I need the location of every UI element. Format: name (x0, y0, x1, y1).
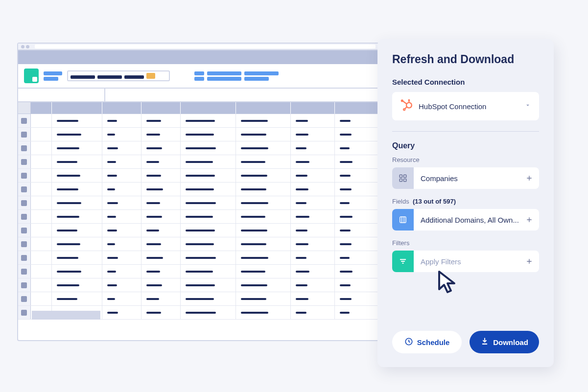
row-checkbox[interactable] (21, 132, 27, 138)
schedule-button[interactable]: Schedule (392, 331, 462, 353)
row-checkbox[interactable] (21, 145, 27, 151)
refresh-download-panel: Refresh and Download Selected Connection… (377, 39, 554, 367)
table-row[interactable] (18, 114, 378, 128)
filters-select[interactable]: Apply Filters (392, 251, 539, 272)
chevron-down-icon (524, 102, 531, 111)
svg-rect-9 (400, 179, 402, 182)
connection-name: HubSpot Connection (419, 102, 518, 111)
table-row[interactable] (18, 128, 378, 141)
svg-rect-8 (404, 175, 406, 177)
table-row[interactable] (18, 196, 378, 210)
app-logo-icon (24, 69, 39, 83)
table-row[interactable] (18, 265, 378, 278)
grid-icon (392, 167, 414, 189)
table-row[interactable] (18, 169, 378, 183)
fields-label: Fields (13 out of 597) (392, 198, 539, 205)
browser-chrome (18, 44, 378, 50)
resource-value: Companies (414, 167, 519, 189)
horizontal-scrollbar[interactable] (32, 311, 100, 320)
download-button[interactable]: Download (470, 331, 539, 353)
browser-toolbar (18, 50, 378, 64)
app-header (18, 64, 378, 89)
fields-select[interactable]: Additional Domains, All Own... (392, 209, 539, 231)
row-checkbox[interactable] (21, 269, 27, 275)
plus-icon[interactable] (519, 251, 539, 272)
table-row[interactable] (18, 237, 378, 251)
row-checkbox[interactable] (21, 118, 27, 124)
row-checkbox[interactable] (21, 296, 27, 302)
row-checkbox[interactable] (21, 186, 27, 192)
formula-bar[interactable] (18, 89, 378, 102)
table-row[interactable] (18, 183, 378, 196)
spreadsheet-grid[interactable] (18, 102, 378, 320)
columns-icon (392, 209, 414, 231)
svg-rect-13 (400, 217, 406, 223)
fields-value: Additional Domains, All Own... (414, 209, 519, 231)
row-checkbox[interactable] (21, 310, 27, 316)
cursor-icon (436, 270, 461, 299)
svg-point-2 (408, 99, 410, 101)
hubspot-icon (400, 99, 413, 114)
svg-line-5 (402, 101, 406, 104)
row-checkbox[interactable] (21, 282, 27, 288)
row-checkbox[interactable] (21, 255, 27, 261)
connection-label: Selected Connection (392, 78, 539, 86)
filters-label: Filters (392, 239, 539, 247)
resource-label: Resource (392, 156, 539, 163)
row-checkbox[interactable] (21, 241, 27, 247)
svg-rect-7 (400, 175, 402, 177)
svg-point-6 (401, 99, 403, 102)
clock-icon (404, 337, 413, 347)
connection-select[interactable]: HubSpot Connection (392, 92, 539, 120)
row-checkbox[interactable] (21, 228, 27, 233)
filter-icon (392, 251, 414, 272)
table-row[interactable] (18, 155, 378, 169)
row-checkbox[interactable] (21, 159, 27, 165)
table-row[interactable] (18, 292, 378, 306)
table-row[interactable] (18, 251, 378, 265)
plus-icon[interactable] (519, 167, 539, 189)
panel-title: Refresh and Download (392, 53, 539, 66)
filters-placeholder: Apply Filters (414, 251, 519, 272)
svg-rect-24 (482, 343, 488, 344)
resource-select[interactable]: Companies (392, 167, 539, 189)
svg-point-4 (403, 109, 405, 110)
table-row[interactable] (18, 210, 378, 224)
divider (392, 131, 539, 132)
row-checkbox[interactable] (21, 173, 27, 179)
table-row[interactable] (18, 278, 378, 292)
row-checkbox[interactable] (21, 200, 27, 206)
query-heading: Query (392, 141, 539, 150)
row-checkbox[interactable] (21, 214, 27, 220)
table-row[interactable] (18, 224, 378, 237)
toolbar-input[interactable] (67, 70, 170, 81)
table-row[interactable] (18, 141, 378, 155)
svg-rect-10 (404, 179, 406, 182)
download-icon (480, 337, 489, 347)
spreadsheet-window (17, 43, 379, 341)
plus-icon[interactable] (519, 209, 539, 231)
